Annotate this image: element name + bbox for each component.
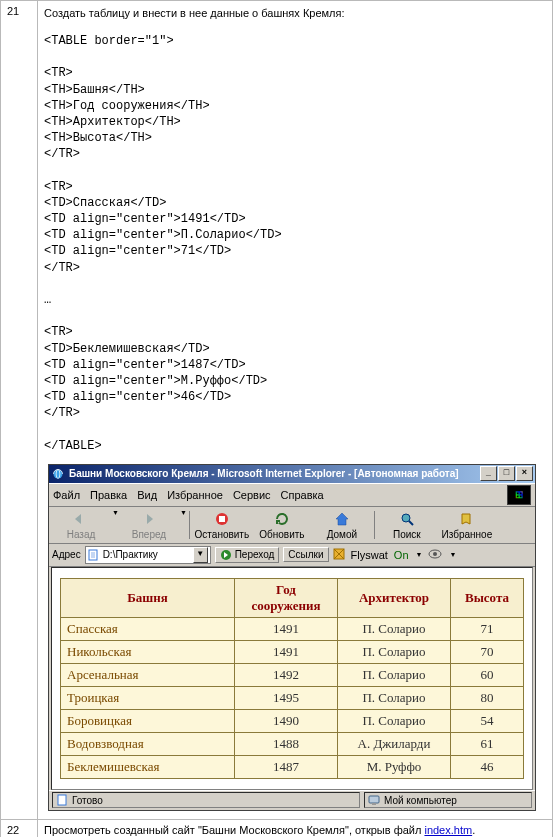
back-button[interactable]: Назад: [51, 509, 111, 541]
task-number: 21: [1, 1, 38, 820]
index-link[interactable]: index.htm: [424, 824, 472, 836]
cell-height: 70: [451, 640, 524, 663]
col-year: Год сооружения: [235, 578, 338, 617]
my-computer-icon: [368, 794, 380, 806]
forward-label: Вперед: [132, 529, 166, 540]
addressbar: Адрес D:\Практику ▼ Переход Ссылки Flysw…: [49, 544, 535, 567]
refresh-button[interactable]: Обновить: [252, 509, 312, 541]
col-tower: Башня: [61, 578, 235, 617]
task-body: Просмотреть созданный сайт "Башни Москов…: [38, 819, 553, 837]
ie-window: Башни Московского Кремля - Microsoft Int…: [48, 464, 536, 811]
menu-view[interactable]: Вид: [137, 489, 157, 501]
eye-dropdown-icon[interactable]: ▼: [449, 551, 456, 558]
svg-rect-3: [219, 516, 225, 522]
close-button[interactable]: ×: [516, 466, 533, 481]
links-label: Ссылки: [288, 549, 323, 560]
cell-year: 1488: [235, 732, 338, 755]
toolbar: Назад ▼ Вперед ▼ Остановить Обновить: [49, 507, 535, 544]
task22-tail: .: [472, 824, 475, 836]
stop-button[interactable]: Остановить: [192, 509, 252, 541]
address-value: D:\Практику: [103, 549, 193, 560]
status-left: Готово: [52, 792, 360, 808]
search-button[interactable]: Поиск: [377, 509, 437, 541]
eye-icon[interactable]: [428, 549, 442, 561]
table-row: Беклемишевская1487М. Руффо46: [61, 755, 524, 778]
back-label: Назад: [67, 529, 96, 540]
cell-year: 1490: [235, 709, 338, 732]
favorites-button[interactable]: Избранное: [437, 509, 497, 541]
forward-button[interactable]: Вперед: [119, 509, 179, 541]
document-icon: [88, 549, 100, 561]
forward-split-icon[interactable]: ▼: [180, 509, 187, 516]
cell-height: 80: [451, 686, 524, 709]
svg-rect-13: [58, 795, 66, 805]
window-controls: _ □ ×: [480, 466, 533, 481]
ie-icon: [51, 467, 65, 481]
search-icon: [398, 510, 416, 528]
window-title: Башни Московского Кремля - Microsoft Int…: [69, 468, 480, 479]
address-label: Адрес: [52, 549, 81, 560]
forward-icon: [140, 510, 158, 528]
flyswat-state[interactable]: On: [394, 549, 409, 561]
home-label: Домой: [327, 529, 357, 540]
favorites-label: Избранное: [442, 529, 493, 540]
refresh-label: Обновить: [259, 529, 304, 540]
document-done-icon: [56, 794, 68, 806]
col-architect: Архитектор: [338, 578, 451, 617]
cell-architect: П. Соларио: [338, 686, 451, 709]
cell-tower: Беклемишевская: [61, 755, 235, 778]
cell-tower: Спасская: [61, 617, 235, 640]
cell-tower: Водовзводная: [61, 732, 235, 755]
table-row: Водовзводная1488А. Джиларди61: [61, 732, 524, 755]
cell-architect: М. Руффо: [338, 755, 451, 778]
back-split-icon[interactable]: ▼: [112, 509, 119, 516]
table-row: Арсенальная1492П. Соларио60: [61, 663, 524, 686]
titlebar: Башни Московского Кремля - Microsoft Int…: [49, 465, 535, 483]
status-text: Готово: [72, 795, 103, 806]
toolbar-separator: [189, 511, 190, 539]
flyswat-dropdown-icon[interactable]: ▼: [416, 551, 423, 558]
browser-content: Башня Год сооружения Архитектор Высота С…: [51, 567, 533, 790]
back-icon: [72, 510, 90, 528]
cell-height: 61: [451, 732, 524, 755]
cell-tower: Никольская: [61, 640, 235, 663]
task-title: Создать таблицу и внести в нее данные о …: [44, 7, 546, 19]
cell-architect: П. Соларио: [338, 617, 451, 640]
document-table: 21 Создать таблицу и внести в нее данные…: [0, 0, 553, 837]
menu-service[interactable]: Сервис: [233, 489, 271, 501]
stop-icon: [213, 510, 231, 528]
cell-tower: Боровицкая: [61, 709, 235, 732]
table-row: Никольская1491П. Соларио70: [61, 640, 524, 663]
cell-height: 46: [451, 755, 524, 778]
flyswat-label: Flyswat: [351, 549, 388, 561]
cell-height: 54: [451, 709, 524, 732]
svg-point-4: [402, 514, 410, 522]
kremlin-table: Башня Год сооружения Архитектор Высота С…: [60, 578, 524, 779]
svg-point-12: [433, 552, 437, 556]
address-dropdown-icon[interactable]: ▼: [193, 547, 208, 563]
cell-year: 1495: [235, 686, 338, 709]
go-label: Переход: [235, 549, 275, 560]
home-icon: [333, 510, 351, 528]
home-button[interactable]: Домой: [312, 509, 372, 541]
go-button[interactable]: Переход: [215, 547, 280, 563]
svg-line-5: [409, 521, 413, 525]
address-input[interactable]: D:\Практику ▼: [85, 546, 211, 564]
cell-architect: П. Соларио: [338, 663, 451, 686]
maximize-button[interactable]: □: [498, 466, 515, 481]
cell-tower: Троицкая: [61, 686, 235, 709]
ie-brand-icon: ⊞: [507, 485, 531, 505]
menu-favorites[interactable]: Избранное: [167, 489, 223, 501]
menu-help[interactable]: Справка: [281, 489, 324, 501]
task-row-22: 22 Просмотреть созданный сайт "Башни Мос…: [1, 819, 553, 837]
go-icon: [220, 549, 232, 561]
favorites-icon: [458, 510, 476, 528]
task-number: 22: [1, 819, 38, 837]
task-body: Создать таблицу и внести в нее данные о …: [38, 1, 553, 820]
links-button[interactable]: Ссылки: [283, 547, 328, 562]
cell-year: 1487: [235, 755, 338, 778]
menu-edit[interactable]: Правка: [90, 489, 127, 501]
minimize-button[interactable]: _: [480, 466, 497, 481]
table-row: Троицкая1495П. Соларио80: [61, 686, 524, 709]
menu-file[interactable]: Файл: [53, 489, 80, 501]
